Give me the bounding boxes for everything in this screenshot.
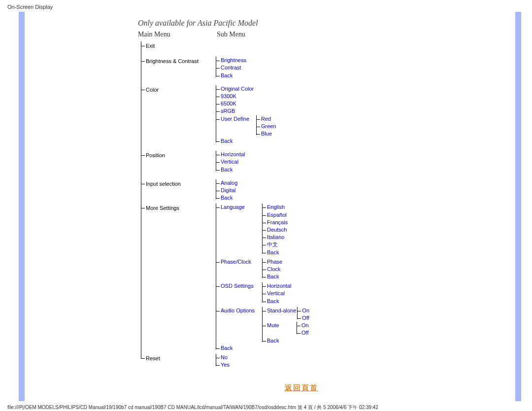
- menu-exit: Exit: [146, 41, 215, 51]
- pc-clock: Clock: [267, 266, 296, 273]
- standalone-on: On: [302, 307, 309, 314]
- standalone-off: Off: [302, 314, 309, 322]
- reset-yes: Yes: [221, 361, 255, 369]
- left-accent-bar: [19, 12, 25, 401]
- audio-standalone: Stand-alone: [267, 307, 296, 314]
- header-sub-menu: Sub Menu: [217, 31, 276, 38]
- sub-input-back: Back: [221, 194, 255, 202]
- sub-pos-back: Back: [221, 166, 255, 173]
- sub-pos-horizontal: Horizontal: [221, 151, 255, 158]
- column-headers: Main Menu Sub Menu: [138, 31, 436, 38]
- sub-osd-settings: OSD Settings: [221, 282, 261, 290]
- sub-6500k: 6500K: [221, 100, 290, 107]
- osd-back: Back: [267, 298, 296, 305]
- sub-language: Language: [221, 204, 261, 211]
- lang-espanol: Español: [267, 211, 296, 219]
- lang-back: Back: [267, 249, 296, 256]
- availability-note: Only available for Asia Pacific Model: [138, 19, 436, 28]
- pc-back: Back: [267, 273, 296, 280]
- sub-analog: Analog: [221, 179, 255, 187]
- mute-off: Off: [301, 329, 309, 337]
- lang-italiano: Italiano: [267, 234, 296, 241]
- more-back: Back: [221, 344, 309, 352]
- audio-back: Back: [267, 337, 309, 344]
- menu-color: Color: [146, 85, 215, 95]
- sub-digital: Digital: [221, 187, 255, 194]
- osd-horizontal: Horizontal: [267, 282, 296, 290]
- page-header: On-Screen Display: [0, 0, 532, 12]
- left-margin: [0, 12, 19, 401]
- sub-audio-options: Audio Options: [221, 307, 261, 314]
- sub-contrast: Contrast: [221, 64, 255, 71]
- right-gap-1: [436, 12, 515, 401]
- menu-more-settings: More Settings: [146, 204, 215, 213]
- pc-phase: Phase: [267, 258, 296, 266]
- sub-phase-clock: Phase/Clock: [221, 258, 261, 266]
- reset-no: No: [221, 354, 255, 361]
- right-gap-2: [521, 12, 532, 401]
- sub-original-color: Original Color: [221, 85, 290, 93]
- sub-brightness: Brightness: [221, 57, 255, 64]
- osd-tree: Exit Brightness & Contrast Brightness Co…: [140, 41, 436, 369]
- sub-srgb: sRGB: [221, 107, 290, 115]
- lang-francais: Français: [267, 219, 296, 226]
- sub2-green: Green: [261, 123, 290, 130]
- menu-position: Position: [146, 151, 215, 160]
- lang-chinese: 中文: [267, 241, 296, 248]
- right-accent-bar: [515, 12, 521, 401]
- content-area: Only available for Asia Pacific Model Ma…: [25, 12, 436, 401]
- sub-9300k: 9300K: [221, 93, 290, 100]
- sub-bc-back: Back: [221, 72, 255, 79]
- audio-mute: Mute: [267, 322, 296, 329]
- sub2-blue: Blue: [261, 130, 290, 137]
- header-main-menu: Main Menu: [138, 31, 217, 38]
- mute-on: On: [301, 322, 309, 329]
- menu-brightness-contrast: Brightness & Contrast: [146, 57, 215, 66]
- page-footer-path: file:///P|/OEM MODELS/PHILIPS/CD Manual/…: [0, 401, 532, 411]
- content-wrap: Only available for Asia Pacific Model Ma…: [0, 12, 532, 401]
- header-title: On-Screen Display: [7, 4, 53, 10]
- lang-deutsch: Deutsch: [267, 226, 296, 234]
- return-to-top-link[interactable]: 返回頁首: [285, 383, 318, 393]
- sub2-red: Red: [261, 115, 290, 123]
- osd-vertical: Vertical: [267, 290, 296, 297]
- sub-color-back: Back: [221, 137, 290, 145]
- lang-english: English: [267, 204, 296, 211]
- sub-user-define: User Define: [221, 115, 255, 123]
- menu-input-selection: Input selection: [146, 179, 215, 189]
- menu-reset: Reset: [146, 354, 215, 363]
- sub-pos-vertical: Vertical: [221, 158, 255, 166]
